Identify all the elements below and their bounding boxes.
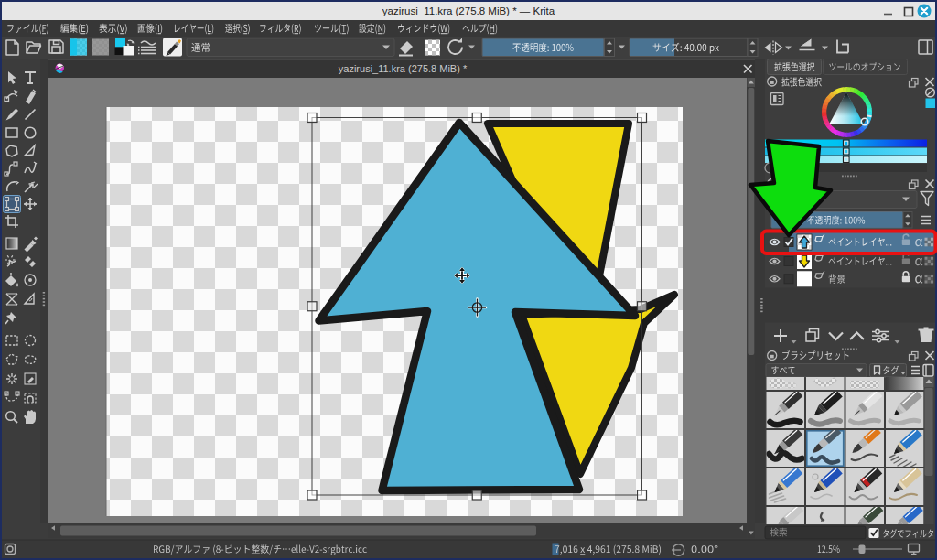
svg-text:yazirusi_11.kra (275.8 MiB) *: yazirusi_11.kra (275.8 MiB) * (339, 63, 468, 74)
svg-text:yazirusi_11.kra (275.8 MiB) *: yazirusi_11.kra (275.8 MiB) * — Krita (382, 5, 555, 16)
